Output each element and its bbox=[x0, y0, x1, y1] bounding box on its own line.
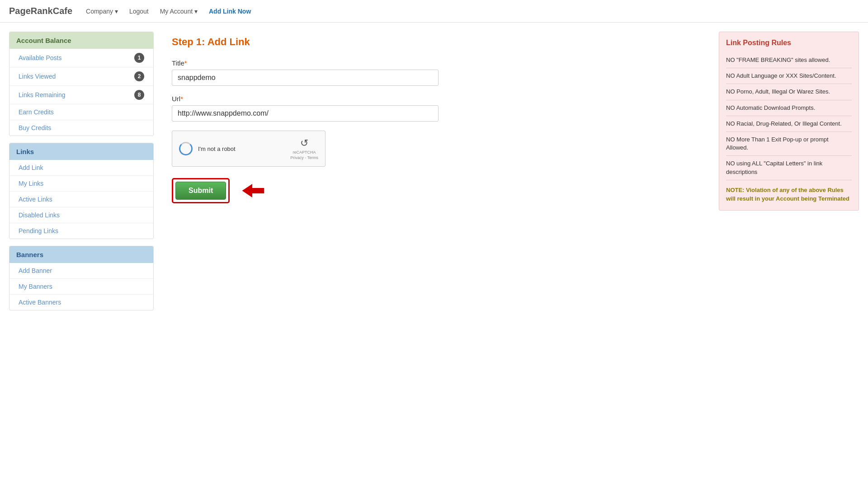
url-form-group: Url* bbox=[172, 95, 701, 122]
sidebar-item-buy-credits[interactable]: Buy Credits bbox=[9, 120, 153, 136]
page-layout: Account Balance Available Posts 1 Links … bbox=[0, 23, 868, 488]
nav-logout[interactable]: Logout bbox=[129, 8, 149, 15]
title-label: Title* bbox=[172, 59, 701, 67]
submit-wrapper: Submit bbox=[172, 178, 230, 203]
sidebar-item-earn-credits[interactable]: Earn Credits bbox=[9, 104, 153, 120]
recaptcha-logo: ↺ reCAPTCHA Privacy - Terms bbox=[290, 137, 318, 160]
sidebar: Account Balance Available Posts 1 Links … bbox=[9, 32, 154, 479]
links-remaining-badge: 8 bbox=[134, 90, 144, 100]
rule-item-0: NO "FRAME BREAKING" sites allowed. bbox=[726, 52, 852, 68]
nav-my-account[interactable]: My Account ▾ bbox=[160, 8, 198, 15]
available-posts-badge: 1 bbox=[134, 53, 144, 63]
links-remaining-label: Links Remaining bbox=[19, 91, 66, 99]
sidebar-item-links-viewed[interactable]: Links Viewed 2 bbox=[9, 67, 153, 86]
links-section-header: Links bbox=[9, 143, 153, 160]
my-banners-label: My Banners bbox=[19, 283, 52, 290]
sidebar-item-active-banners[interactable]: Active Banners bbox=[9, 295, 153, 310]
add-link-label: Add Link bbox=[19, 164, 43, 171]
main-content: Step 1: Add Link Title* Url* I'm not a r… bbox=[163, 32, 710, 479]
rule-item-6: NO using ALL "Capital Letters" in link d… bbox=[726, 156, 852, 180]
submit-area: Submit bbox=[172, 178, 701, 203]
add-banner-label: Add Banner bbox=[19, 267, 52, 274]
url-input[interactable] bbox=[172, 105, 439, 122]
rules-box: Link Posting Rules NO "FRAME BREAKING" s… bbox=[719, 32, 859, 211]
sidebar-item-disabled-links[interactable]: Disabled Links bbox=[9, 207, 153, 223]
recaptcha-links: Privacy - Terms bbox=[290, 155, 318, 160]
links-section: Links Add Link My Links Active Links Dis… bbox=[9, 143, 154, 239]
submit-arrow bbox=[239, 179, 266, 202]
recaptcha-icon: ↺ bbox=[300, 137, 308, 149]
right-panel: Link Posting Rules NO "FRAME BREAKING" s… bbox=[719, 32, 859, 479]
title-form-group: Title* bbox=[172, 59, 701, 86]
navbar: PageRankCafe Company ▾ Logout My Account… bbox=[0, 0, 868, 23]
pending-links-label: Pending Links bbox=[19, 227, 58, 235]
rule-item-1: NO Adult Language or XXX Sites/Content. bbox=[726, 68, 852, 84]
my-links-label: My Links bbox=[19, 180, 43, 187]
links-viewed-label: Links Viewed bbox=[19, 73, 56, 80]
sidebar-item-active-links[interactable]: Active Links bbox=[9, 192, 153, 207]
banners-section: Banners Add Banner My Banners Active Ban… bbox=[9, 246, 154, 310]
submit-button[interactable]: Submit bbox=[175, 182, 226, 200]
rule-item-4: NO Racial, Drug-Related, Or Illegal Cont… bbox=[726, 116, 852, 132]
sidebar-item-add-link[interactable]: Add Link bbox=[9, 160, 153, 176]
account-balance-header: Account Balance bbox=[9, 32, 153, 49]
sidebar-item-available-posts[interactable]: Available Posts 1 bbox=[9, 49, 153, 67]
rules-note: NOTE: Violation of any of the above Rule… bbox=[726, 186, 852, 203]
rule-item-5: NO More Than 1 Exit Pop-up or prompt All… bbox=[726, 132, 852, 156]
active-links-label: Active Links bbox=[19, 196, 52, 203]
buy-credits-label: Buy Credits bbox=[19, 124, 51, 131]
sidebar-item-pending-links[interactable]: Pending Links bbox=[9, 223, 153, 239]
recaptcha-label: I'm not a robot bbox=[198, 145, 285, 152]
sidebar-item-add-banner[interactable]: Add Banner bbox=[9, 263, 153, 279]
earn-credits-label: Earn Credits bbox=[19, 108, 54, 116]
nav-add-link[interactable]: Add Link Now bbox=[209, 8, 251, 15]
recaptcha-widget[interactable]: I'm not a robot ↺ reCAPTCHA Privacy - Te… bbox=[172, 131, 326, 167]
recaptcha-brand: reCAPTCHA bbox=[293, 150, 316, 155]
sidebar-item-links-remaining[interactable]: Links Remaining 8 bbox=[9, 86, 153, 104]
banners-section-header: Banners bbox=[9, 246, 153, 263]
rules-title: Link Posting Rules bbox=[726, 39, 852, 47]
sidebar-item-my-banners[interactable]: My Banners bbox=[9, 279, 153, 295]
available-posts-label: Available Posts bbox=[19, 54, 61, 61]
disabled-links-label: Disabled Links bbox=[19, 211, 60, 219]
svg-marker-0 bbox=[242, 184, 264, 197]
title-input[interactable] bbox=[172, 70, 439, 86]
nav-company[interactable]: Company ▾ bbox=[86, 8, 118, 15]
account-balance-section: Account Balance Available Posts 1 Links … bbox=[9, 32, 154, 136]
active-banners-label: Active Banners bbox=[19, 299, 61, 306]
rule-item-3: NO Automatic Download Prompts. bbox=[726, 100, 852, 116]
sidebar-item-my-links[interactable]: My Links bbox=[9, 176, 153, 192]
rule-item-2: NO Porno, Adult, Illegal Or Warez Sites. bbox=[726, 84, 852, 100]
brand-logo[interactable]: PageRankCafe bbox=[9, 6, 72, 16]
links-viewed-badge: 2 bbox=[134, 71, 144, 81]
page-title: Step 1: Add Link bbox=[172, 36, 701, 48]
url-label: Url* bbox=[172, 95, 701, 103]
recaptcha-spinner bbox=[179, 142, 193, 155]
